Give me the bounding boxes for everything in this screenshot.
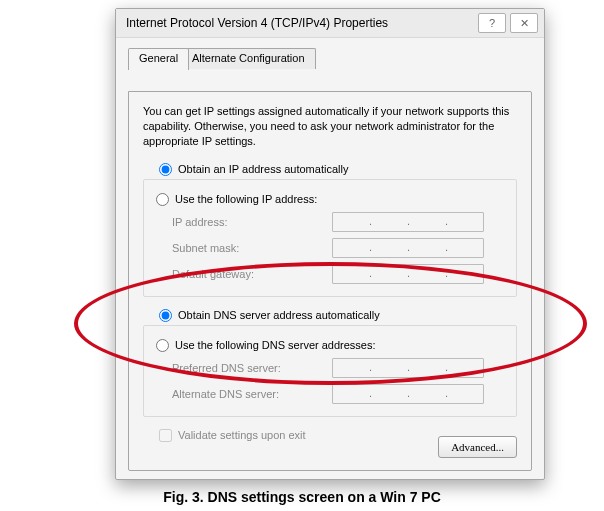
label-alternate-dns: Alternate DNS server: xyxy=(172,388,332,400)
radio-dns-auto-label: Obtain DNS server address automatically xyxy=(178,309,380,321)
tabstrip: General Alternate Configuration xyxy=(128,48,532,70)
field-ip-address: IP address: ... xyxy=(172,212,506,232)
radio-dns-auto[interactable] xyxy=(159,309,172,322)
radio-ip-auto-row[interactable]: Obtain an IP address automatically xyxy=(159,163,517,176)
radio-dns-auto-row[interactable]: Obtain DNS server address automatically xyxy=(159,309,517,322)
tab-general-label: General xyxy=(139,52,178,64)
label-ip-address: IP address: xyxy=(172,216,332,228)
group-ip-manual: Use the following IP address: IP address… xyxy=(143,179,517,297)
input-default-gateway: ... xyxy=(332,264,484,284)
help-icon: ? xyxy=(489,17,495,29)
input-ip-address: ... xyxy=(332,212,484,232)
label-validate-settings: Validate settings upon exit xyxy=(178,429,306,441)
field-subnet-mask: Subnet mask: ... xyxy=(172,238,506,258)
advanced-button[interactable]: Advanced... xyxy=(438,436,517,458)
radio-dns-manual[interactable] xyxy=(156,339,169,352)
radio-ip-manual-row[interactable]: Use the following IP address: xyxy=(156,193,506,206)
titlebar: Internet Protocol Version 4 (TCP/IPv4) P… xyxy=(116,9,544,38)
radio-ip-manual-label: Use the following IP address: xyxy=(175,193,317,205)
help-button[interactable]: ? xyxy=(478,13,506,33)
radio-ip-auto-label: Obtain an IP address automatically xyxy=(178,163,348,175)
field-preferred-dns: Preferred DNS server: ... xyxy=(172,358,506,378)
group-dns-manual: Use the following DNS server addresses: … xyxy=(143,325,517,417)
radio-ip-auto[interactable] xyxy=(159,163,172,176)
field-alternate-dns: Alternate DNS server: ... xyxy=(172,384,506,404)
intro-text: You can get IP settings assigned automat… xyxy=(143,104,517,149)
input-alternate-dns: ... xyxy=(332,384,484,404)
checkbox-validate-settings[interactable] xyxy=(159,429,172,442)
label-default-gateway: Default gateway: xyxy=(172,268,332,280)
label-subnet-mask: Subnet mask: xyxy=(172,242,332,254)
figure-caption: Fig. 3. DNS settings screen on a Win 7 P… xyxy=(0,489,604,505)
tabpanel-general: You can get IP settings assigned automat… xyxy=(128,91,532,471)
close-icon: ✕ xyxy=(520,17,529,30)
ipv4-properties-dialog: Internet Protocol Version 4 (TCP/IPv4) P… xyxy=(115,8,545,480)
close-button[interactable]: ✕ xyxy=(510,13,538,33)
label-preferred-dns: Preferred DNS server: xyxy=(172,362,332,374)
tab-alternate-configuration[interactable]: Alternate Configuration xyxy=(181,48,316,69)
radio-dns-manual-row[interactable]: Use the following DNS server addresses: xyxy=(156,339,506,352)
dialog-title: Internet Protocol Version 4 (TCP/IPv4) P… xyxy=(126,16,474,30)
field-default-gateway: Default gateway: ... xyxy=(172,264,506,284)
radio-ip-manual[interactable] xyxy=(156,193,169,206)
radio-dns-manual-label: Use the following DNS server addresses: xyxy=(175,339,376,351)
tab-alternate-label: Alternate Configuration xyxy=(192,52,305,64)
tab-general[interactable]: General xyxy=(128,48,189,70)
input-preferred-dns: ... xyxy=(332,358,484,378)
input-subnet-mask: ... xyxy=(332,238,484,258)
